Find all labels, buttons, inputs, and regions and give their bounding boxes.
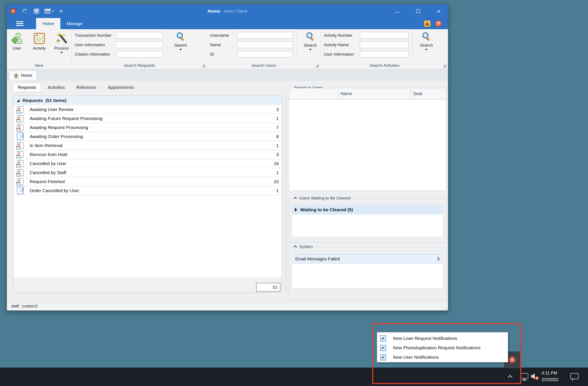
request-status-row[interactable]: Awaiting Request Processing 7 <box>13 123 282 132</box>
ribbon-group-search-requests: Transaction Number User Information Cita… <box>72 29 207 69</box>
user-information-input[interactable] <box>116 41 163 48</box>
request-status-row[interactable]: Cancelled by Staff 1 <box>13 168 282 177</box>
checkbox-checked-icon[interactable] <box>380 335 386 342</box>
activities-user-information-input[interactable] <box>360 51 408 58</box>
system-empty-area <box>292 264 443 288</box>
id-input[interactable] <box>237 51 293 58</box>
requests-panel: Requests (51 items) Awaiting User Review… <box>13 96 282 293</box>
tab-requests[interactable]: Requests <box>12 82 42 92</box>
request-status-row[interactable]: Awaiting Future Request Processing 1 <box>13 114 282 123</box>
username-input[interactable] <box>237 32 293 39</box>
request-status-label: Request Finished <box>30 179 65 184</box>
window-title-secondary: - Aeon Client <box>221 9 247 14</box>
activity-name-label: Activity Name <box>324 42 360 47</box>
collapse-triangle-icon <box>17 99 20 102</box>
search-requests-dialog-launcher-icon[interactable] <box>202 64 205 67</box>
citation-information-input[interactable] <box>116 51 163 58</box>
column-divider[interactable] <box>338 89 338 98</box>
resize-grip[interactable] <box>444 306 447 309</box>
aeon-tray-icon <box>508 356 516 364</box>
column-header-name[interactable]: Name <box>341 91 352 96</box>
request-status-row[interactable]: Awaiting Order Processing 8 <box>13 132 282 141</box>
request-status-row[interactable]: Cancelled by User 16 <box>13 159 282 168</box>
minimize-button[interactable] <box>394 7 401 15</box>
column-divider[interactable] <box>411 89 411 98</box>
citation-information-label: Citation Information <box>75 52 116 57</box>
ribbon-tab-home[interactable]: Home <box>36 18 60 29</box>
activity-number-label: Activity Number <box>324 33 360 38</box>
collapse-chevron-icon[interactable] <box>294 197 297 201</box>
transaction-number-input[interactable] <box>116 32 163 39</box>
request-status-label: Cancelled by Staff <box>30 170 66 175</box>
order-status-icon <box>18 187 24 194</box>
search-activities-dialog-launcher-icon[interactable] <box>443 64 446 67</box>
notification-option-label[interactable]: New Photoduplication Request Notificatio… <box>393 345 481 350</box>
show-hidden-icons-chevron-icon[interactable] <box>508 375 512 380</box>
status-bar-text: staff : custom2 <box>11 304 38 308</box>
titlebar[interactable]: ♥ ▼ Home - Aeon Client × <box>7 4 448 18</box>
tab-reference[interactable]: Reference <box>71 82 101 92</box>
requests-empty-area <box>13 195 282 278</box>
qat-window-dropdown-arrow: ▼ <box>52 10 55 13</box>
requests-group-header[interactable]: Requests (51 items) <box>13 96 282 105</box>
request-status-count: 3 <box>276 107 279 112</box>
email-messages-failed-row[interactable]: Email Messages Failed 5 <box>292 254 443 264</box>
notification-option-row[interactable]: New User Notifications <box>377 352 508 362</box>
request-status-icon <box>17 115 23 122</box>
aeon-client-window: ♥ ▼ Home - Aeon Client × H <box>6 4 448 311</box>
network-display-icon[interactable] <box>521 373 528 379</box>
tab-activities[interactable]: Activities <box>43 82 70 92</box>
expand-triangle-icon[interactable] <box>295 208 297 212</box>
customize-toolbar-icon[interactable] <box>60 10 63 12</box>
name-input[interactable] <box>237 41 293 48</box>
notification-option-row[interactable]: New Photoduplication Request Notificatio… <box>377 343 508 352</box>
waiting-to-be-cleared-group-row[interactable]: Waiting to be Cleared (5) <box>292 205 443 214</box>
group-caption-search-users: Search Users <box>207 63 321 68</box>
users-waiting-empty-area <box>292 214 443 237</box>
request-status-row[interactable]: In Item Retrieval 1 <box>13 141 282 150</box>
taskbar-clock[interactable]: 4:11 PM 2/2/2022 <box>542 370 564 383</box>
home-icon <box>14 73 19 78</box>
ribbon-tab-row: Home Manage ♟ ? <box>7 18 448 29</box>
hamburger-menu-icon[interactable] <box>14 18 25 29</box>
volume-muted-icon[interactable] <box>530 372 540 381</box>
request-status-icon <box>17 169 23 176</box>
qat-window-icon[interactable]: ▼ <box>44 9 55 14</box>
search-users-dialog-launcher-icon[interactable] <box>316 64 319 67</box>
collapse-chevron-icon[interactable] <box>294 245 297 249</box>
request-status-row[interactable]: Order Cancelled by User 1 <box>13 186 282 195</box>
group-separator <box>412 32 413 61</box>
request-status-label: In Item Retrieval <box>30 143 63 148</box>
request-status-label: Cancelled by User <box>30 161 66 166</box>
action-center-icon[interactable] <box>570 373 579 379</box>
request-status-row[interactable]: Remove from Hold 3 <box>13 150 282 159</box>
app-logo-icon[interactable] <box>10 8 16 14</box>
notification-settings-popup: New Loan Request Notifications New Photo… <box>377 332 508 362</box>
ribbon-tab-manage[interactable]: Manage <box>60 18 89 29</box>
notification-option-row[interactable]: New Loan Request Notifications <box>377 334 508 343</box>
request-status-count: 7 <box>276 125 279 130</box>
taskbar-time: 4:11 PM <box>542 370 564 376</box>
requests-footer: 51 <box>13 278 282 292</box>
system-panel: System Email Messages Failed 5 <box>289 247 446 300</box>
tab-appointments[interactable]: Appointments <box>103 82 139 92</box>
checkbox-checked-icon[interactable] <box>380 345 386 351</box>
request-status-row[interactable]: Awaiting User Review 3 <box>13 105 282 114</box>
group-caption-search-activities: Search Activities <box>321 63 448 68</box>
panel-splitter[interactable] <box>285 96 287 293</box>
signed-in-users-table-header[interactable]: Name Seat <box>289 88 446 99</box>
column-header-seat[interactable]: Seat <box>413 91 422 96</box>
user-badge-icon[interactable]: ♟ <box>424 20 431 27</box>
qat-heart-icon[interactable]: ♥ <box>34 8 39 14</box>
activity-number-input[interactable] <box>360 32 408 39</box>
checkbox-checked-icon[interactable] <box>380 354 386 361</box>
help-icon[interactable]: ? <box>435 20 442 27</box>
sync-icon[interactable] <box>21 8 28 15</box>
request-status-row[interactable]: Request Finished 10 <box>13 177 282 186</box>
maximize-button[interactable] <box>415 7 422 15</box>
notification-option-label[interactable]: New User Notifications <box>393 355 439 360</box>
notification-option-label[interactable]: New Loan Request Notifications <box>393 336 457 341</box>
close-button[interactable]: × <box>435 7 442 15</box>
document-tab-home[interactable]: Home <box>9 71 37 80</box>
activity-name-input[interactable] <box>360 41 408 48</box>
